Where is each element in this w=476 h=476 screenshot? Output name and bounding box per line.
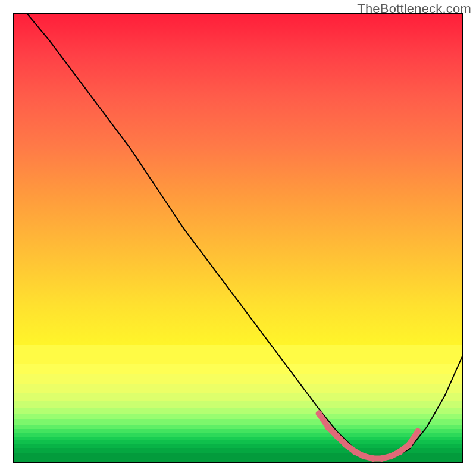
optimal-range-dot (378, 455, 385, 462)
chart-svg (13, 13, 463, 463)
optimal-range-dot (397, 449, 403, 455)
optimal-range-dot (415, 428, 421, 435)
optimal-range-dot (361, 453, 367, 459)
optimal-range-dot (334, 433, 340, 439)
optimal-range-dot (343, 441, 349, 448)
optimal-range-dot (352, 449, 358, 455)
optimal-range-dot (388, 453, 394, 459)
optimal-range-dots (316, 410, 421, 462)
chart-frame: TheBottleneck.com (0, 0, 476, 476)
optimal-range-dot (406, 441, 412, 448)
optimal-range-dot (369, 455, 376, 462)
plot-area (13, 13, 463, 463)
optimal-range-dot (325, 424, 331, 430)
optimal-range-dot (316, 410, 322, 416)
bottleneck-curve (27, 13, 463, 458)
